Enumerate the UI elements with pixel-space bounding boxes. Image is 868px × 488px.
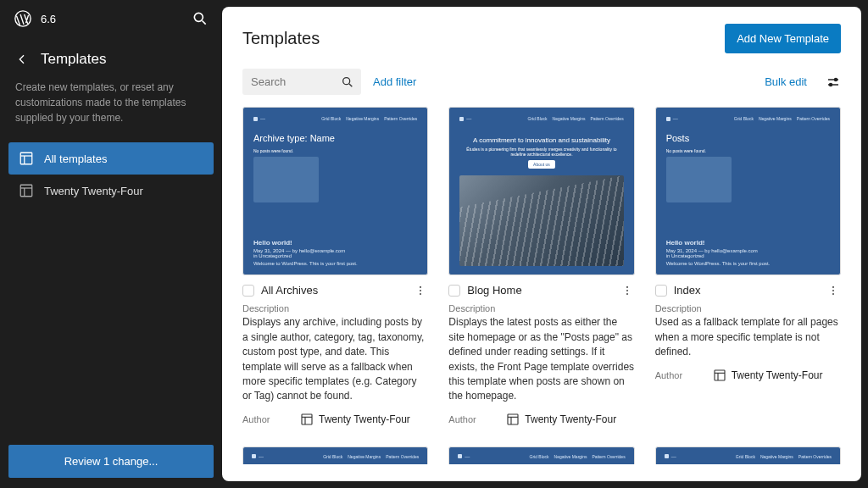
toolbar: Add filter Bulk edit	[242, 69, 841, 95]
template-preview[interactable]: —Grid BlockNegative MarginsPattern Overr…	[448, 446, 634, 464]
template-name[interactable]: Index	[674, 284, 819, 297]
add-new-template-button[interactable]: Add New Template	[725, 24, 841, 53]
main-header: Templates Add New Template	[242, 24, 841, 53]
sidebar-item-theme[interactable]: Twenty Twenty-Four	[8, 175, 214, 207]
svg-point-23	[626, 293, 628, 295]
review-changes-button[interactable]: Review 1 change...	[8, 445, 214, 478]
template-preview[interactable]: —Grid BlockNegative MarginsPattern Overr…	[242, 446, 428, 464]
svg-point-13	[835, 78, 837, 80]
template-name[interactable]: Blog Home	[467, 284, 612, 297]
search-icon[interactable]	[192, 10, 209, 27]
svg-rect-6	[20, 185, 32, 197]
select-checkbox[interactable]	[655, 285, 667, 297]
template-card: —Grid BlockNegative MarginsPattern Overr…	[448, 446, 634, 464]
svg-point-9	[343, 77, 350, 84]
template-card: —Grid BlockNegative MarginsPattern Overr…	[242, 446, 428, 464]
description-label: Description	[448, 303, 634, 313]
svg-point-27	[832, 286, 834, 288]
select-checkbox[interactable]	[448, 285, 460, 297]
template-preview[interactable]: —Grid BlockNegative MarginsPattern Overr…	[448, 107, 634, 275]
svg-line-2	[203, 21, 206, 25]
sidebar-header: Templates	[0, 37, 222, 75]
template-preview[interactable]: —Grid BlockNegative MarginsPattern Overr…	[655, 446, 841, 464]
main-panel: Templates Add New Template Add filter Bu…	[222, 7, 861, 481]
template-grid: —Grid BlockNegative MarginsPattern Overr…	[242, 107, 841, 464]
template-description: Displays any archive, including posts by…	[242, 315, 428, 403]
more-icon[interactable]	[826, 285, 841, 297]
author-label: Author	[655, 370, 713, 380]
svg-point-16	[420, 290, 421, 291]
bulk-edit-button[interactable]: Bulk edit	[765, 75, 807, 88]
settings-icon[interactable]	[826, 75, 841, 90]
template-description: Displays the latest posts as either the …	[448, 315, 634, 403]
author-label: Author	[242, 414, 300, 424]
template-author: Twenty Twenty-Four	[713, 369, 823, 382]
admin-topbar: 6.6	[0, 0, 222, 37]
template-preview[interactable]: —Grid BlockNegative MarginsPattern Overr…	[242, 107, 428, 275]
template-author: Twenty Twenty-Four	[300, 413, 410, 426]
add-filter-button[interactable]: Add filter	[373, 75, 416, 88]
template-preview[interactable]: —Grid BlockNegative MarginsPattern Overr…	[655, 107, 841, 275]
svg-point-21	[626, 286, 628, 288]
description-label: Description	[242, 303, 428, 313]
wordpress-logo-icon[interactable]	[14, 9, 32, 28]
more-icon[interactable]	[413, 285, 428, 297]
sidebar-nav: All templates Twenty Twenty-Four	[0, 137, 222, 212]
back-icon[interactable]	[15, 53, 29, 66]
more-icon[interactable]	[620, 285, 635, 297]
svg-point-29	[832, 293, 834, 295]
template-card: —Grid BlockNegative MarginsPattern Overr…	[655, 446, 841, 464]
sidebar-item-all-templates[interactable]: All templates	[8, 142, 214, 175]
svg-point-17	[420, 293, 421, 295]
svg-point-28	[832, 290, 834, 291]
template-card: —Grid BlockNegative MarginsPattern Overr…	[655, 107, 841, 426]
svg-rect-30	[715, 370, 725, 380]
sidebar-item-label: Twenty Twenty-Four	[44, 185, 143, 197]
svg-point-14	[830, 83, 832, 86]
description-label: Description	[655, 303, 841, 313]
template-name[interactable]: All Archives	[261, 284, 406, 297]
page-title: Templates	[242, 29, 320, 48]
template-card: —Grid BlockNegative MarginsPattern Overr…	[448, 107, 634, 426]
wp-version: 6.6	[41, 13, 56, 25]
search-box	[242, 69, 361, 95]
svg-point-1	[194, 13, 203, 21]
template-author: Twenty Twenty-Four	[506, 413, 616, 426]
template-card: —Grid BlockNegative MarginsPattern Overr…	[242, 107, 428, 426]
svg-rect-24	[508, 414, 518, 424]
template-description: Used as a fallback template for all page…	[655, 315, 841, 359]
sidebar: 6.6 Templates Create new templates, or r…	[0, 0, 222, 488]
search-icon[interactable]	[341, 75, 354, 89]
sidebar-title: Templates	[41, 51, 106, 68]
svg-line-10	[349, 84, 352, 86]
author-label: Author	[448, 414, 506, 424]
sidebar-description: Create new templates, or reset any custo…	[0, 75, 222, 137]
svg-rect-3	[20, 152, 32, 164]
svg-point-22	[626, 290, 628, 291]
sidebar-item-label: All templates	[44, 152, 107, 165]
svg-rect-18	[302, 414, 312, 424]
svg-point-15	[420, 286, 421, 288]
select-checkbox[interactable]	[242, 285, 254, 297]
